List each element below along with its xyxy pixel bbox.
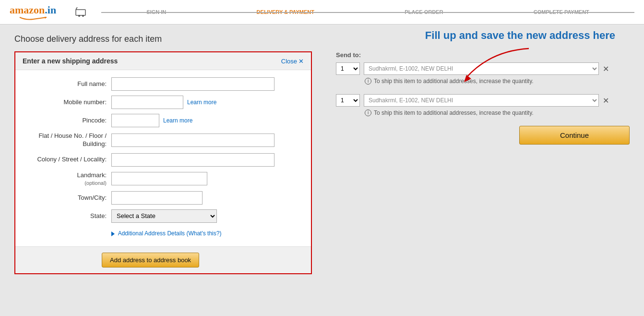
close-button[interactable]: Close ✕ <box>281 58 304 65</box>
cart-icon <box>75 7 87 17</box>
mobile-input[interactable] <box>111 96 183 109</box>
pincode-input[interactable] <box>111 114 159 127</box>
colony-label: Colony / Street / Locality: <box>25 156 111 164</box>
form-footer: Add address to address book <box>15 246 311 273</box>
logo: amazon.in <box>10 4 56 20</box>
flat-input[interactable] <box>111 134 274 147</box>
town-row: Town/City: <box>25 191 301 205</box>
mobile-row: Mobile number: Learn more <box>25 96 301 109</box>
whats-this-link[interactable]: (What's this?) <box>186 230 221 237</box>
landmark-label-group: Landmark: (optional) <box>25 171 111 186</box>
item-section-2: 1 2 3 Sudhakrml, E-1002, NEW DELHI ✕ i T… <box>336 94 630 116</box>
progress-steps: SIGN IN DELIVERY & PAYMENT PLACE ORDER C… <box>101 9 634 15</box>
mobile-label: Mobile number: <box>25 98 111 107</box>
continue-section: Continue <box>336 126 630 145</box>
delete-button-1[interactable]: ✕ <box>603 64 609 73</box>
colony-input[interactable] <box>111 153 274 167</box>
svg-point-4 <box>82 15 84 17</box>
address-select-2[interactable]: Sudhakrml, E-1002, NEW DELHI <box>364 94 599 107</box>
full-name-label: Full name: <box>25 80 111 88</box>
full-name-input[interactable] <box>111 77 274 91</box>
mobile-learn-more[interactable]: Learn more <box>187 99 216 106</box>
svg-marker-5 <box>464 75 471 82</box>
qty-select-1[interactable]: 1 2 3 <box>336 62 360 75</box>
landmark-optional: (optional) <box>84 180 107 186</box>
progress-line <box>101 12 634 13</box>
flat-label: Flat / House No. / Floor / Building: <box>25 132 111 148</box>
ship-info-2: i To ship this item to additional addres… <box>365 109 630 116</box>
delete-button-2[interactable]: ✕ <box>603 96 609 105</box>
triangle-icon <box>111 231 115 236</box>
pincode-row: Pincode: Learn more <box>25 114 301 127</box>
main-content: Fill up and save the new address here Ch… <box>0 24 644 284</box>
state-select[interactable]: Select a State Andhra Pradesh Delhi Maha… <box>111 209 217 223</box>
address-row-2: 1 2 3 Sudhakrml, E-1002, NEW DELHI ✕ <box>336 94 630 107</box>
add-address-button[interactable]: Add address to address book <box>102 253 199 267</box>
annotation-text: Fill up and save the new address here <box>425 29 615 42</box>
close-icon: ✕ <box>298 58 304 65</box>
state-label: State: <box>25 212 111 220</box>
svg-point-3 <box>78 15 80 17</box>
state-row: State: Select a State Andhra Pradesh Del… <box>25 209 301 223</box>
svg-rect-1 <box>76 10 85 15</box>
form-header: Enter a new shipping address Close ✕ <box>15 52 311 70</box>
additional-address-row: Additional Address Details (What's this?… <box>111 228 301 239</box>
logo-smile <box>19 16 48 20</box>
form-title: Enter a new shipping address <box>23 57 118 65</box>
colony-row: Colony / Street / Locality: <box>25 153 301 167</box>
pincode-label: Pincode: <box>25 117 111 125</box>
logo-text: amazon.in <box>10 4 56 16</box>
pincode-learn-more[interactable]: Learn more <box>163 117 192 124</box>
qty-select-2[interactable]: 1 2 3 <box>336 94 360 107</box>
full-name-row: Full name: <box>25 77 301 91</box>
info-icon-1: i <box>365 78 371 85</box>
continue-button[interactable]: Continue <box>519 126 630 145</box>
logo-tld: .in <box>45 4 56 16</box>
landmark-input[interactable] <box>111 172 207 185</box>
info-icon-2: i <box>365 109 371 116</box>
header: amazon.in SIGN IN DELIVERY & PAYMENT PLA… <box>0 0 644 24</box>
form-body: Full name: Mobile number: Learn more Pin… <box>15 70 311 246</box>
town-input[interactable] <box>111 191 203 205</box>
new-address-form: Enter a new shipping address Close ✕ Ful… <box>14 51 312 274</box>
landmark-row: Landmark: (optional) <box>25 171 301 186</box>
town-label: Town/City: <box>25 194 111 202</box>
annotation-arrow <box>442 46 538 86</box>
flat-row: Flat / House No. / Floor / Building: <box>25 132 301 148</box>
additional-address-link[interactable]: Additional Address Details <box>118 230 185 237</box>
landmark-label: Landmark: <box>77 171 107 180</box>
